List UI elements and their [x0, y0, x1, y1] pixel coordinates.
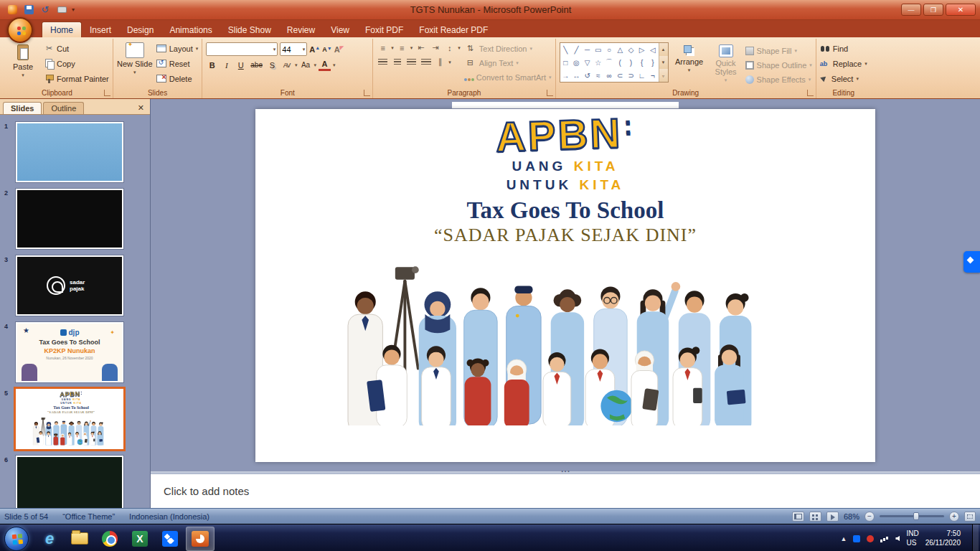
- clipboard-dialog-launcher-icon[interactable]: [104, 90, 110, 96]
- shape-arc-icon[interactable]: ⌒: [606, 57, 613, 67]
- current-slide[interactable]: APBN UANG KITA UNTUK KITA Tax Goes To Sc…: [255, 109, 875, 462]
- shape-line-icon[interactable]: ╲: [563, 46, 567, 54]
- shape-cap-icon[interactable]: ⊃: [628, 72, 633, 80]
- copy-button[interactable]: Copy: [44, 57, 109, 70]
- fit-to-window-button[interactable]: [964, 512, 976, 522]
- dropbox-badge-icon[interactable]: [963, 251, 980, 273]
- shrink-font-button[interactable]: A▼: [322, 46, 331, 53]
- underline-button[interactable]: U: [235, 59, 247, 71]
- delete-button[interactable]: Delete: [156, 72, 199, 85]
- convert-smartart-button[interactable]: Convert to SmartArt▾: [464, 71, 552, 83]
- format-painter-button[interactable]: Format Painter: [44, 72, 109, 85]
- antivirus-tray-icon[interactable]: [867, 535, 874, 542]
- quick-styles-button[interactable]: Quick Styles▾: [710, 42, 742, 83]
- language-bar[interactable]: IND US: [906, 529, 918, 547]
- volume-icon[interactable]: [895, 536, 900, 542]
- zoom-slider-thumb[interactable]: [913, 512, 919, 520]
- grow-font-button[interactable]: A▲: [309, 45, 320, 54]
- shape-diamond-icon[interactable]: ◇: [628, 46, 634, 54]
- tab-foxit-reader-pdf[interactable]: Foxit Reader PDF: [411, 22, 496, 37]
- arrange-button[interactable]: Arrange▾: [672, 42, 707, 73]
- powerpoint-taskbar-icon[interactable]: [186, 527, 215, 551]
- shape-brace2-icon[interactable]: }: [651, 59, 654, 67]
- network-icon[interactable]: [880, 535, 889, 542]
- decrease-indent-button[interactable]: ⇤: [415, 42, 427, 53]
- slide-4-thumbnail[interactable]: ★ ✦ djp Tax Goes To School KP2KP Nunukan…: [16, 322, 123, 382]
- slide-show-view-button[interactable]: [826, 512, 839, 522]
- excel-icon[interactable]: X: [126, 527, 154, 551]
- shape-fill-button[interactable]: Shape Fill▾: [745, 44, 812, 57]
- shape-donut-icon[interactable]: ◎: [573, 59, 580, 67]
- align-left-button[interactable]: [377, 57, 389, 67]
- shape-brace1-icon[interactable]: {: [641, 59, 643, 67]
- shape-tridown-icon[interactable]: ▽: [585, 59, 590, 67]
- justify-button[interactable]: [420, 57, 432, 67]
- shapes-scroll-up-icon[interactable]: ▲: [659, 43, 668, 56]
- clock[interactable]: 7:50 26/11/2020: [925, 529, 961, 547]
- shapes-gallery[interactable]: ╲╱─▭○△◇▷◁ □◎▽☆⌒(){} →↔↺≈∞⊂⊃∟¬ ▲ ▼ ▿: [560, 42, 669, 83]
- internet-explorer-icon[interactable]: e: [35, 527, 64, 551]
- chrome-icon[interactable]: [95, 527, 124, 551]
- shape-loop-icon[interactable]: ↺: [584, 72, 590, 80]
- zoom-in-button[interactable]: +: [949, 512, 959, 522]
- align-center-button[interactable]: [391, 57, 403, 67]
- office-button[interactable]: [7, 17, 33, 43]
- slide-sorter-view-button[interactable]: [809, 512, 821, 522]
- shape-square-icon[interactable]: □: [563, 59, 567, 67]
- notes-area[interactable]: Click to add notes: [151, 474, 980, 508]
- close-button[interactable]: ✕: [946, 4, 976, 16]
- character-spacing-button[interactable]: AV: [281, 59, 293, 71]
- tab-review[interactable]: Review: [279, 22, 323, 37]
- italic-button[interactable]: I: [220, 59, 232, 71]
- shape-hline-icon[interactable]: ─: [585, 46, 590, 54]
- pane-tab-outline[interactable]: Outline: [43, 102, 84, 114]
- show-desktop-button[interactable]: [972, 524, 979, 551]
- print-icon[interactable]: [55, 4, 68, 17]
- shape-inf-icon[interactable]: ∞: [606, 72, 611, 80]
- save-icon[interactable]: [22, 4, 35, 17]
- new-slide-button[interactable]: New Slide▾: [117, 40, 153, 75]
- shape-rect-icon[interactable]: ▭: [595, 46, 601, 54]
- slide-2-thumbnail[interactable]: [16, 189, 123, 249]
- align-text-button[interactable]: ⊟Align Text▾: [464, 57, 552, 69]
- shape-star-icon[interactable]: ☆: [595, 59, 601, 67]
- tab-insert[interactable]: Insert: [82, 22, 119, 37]
- font-size-input[interactable]: [282, 45, 302, 54]
- shape-cup-icon[interactable]: ⊂: [617, 72, 623, 80]
- line-spacing-button[interactable]: ↕: [443, 42, 456, 53]
- zoom-level[interactable]: 68%: [844, 512, 859, 521]
- dropbox-icon[interactable]: [156, 527, 184, 551]
- clear-formatting-button[interactable]: A◤: [334, 45, 344, 54]
- slide-logo-line-2[interactable]: UNTUK KITA: [255, 176, 875, 194]
- font-size-combo[interactable]: ▾: [280, 42, 307, 56]
- font-name-input[interactable]: [208, 45, 273, 54]
- minimize-button[interactable]: —: [901, 4, 921, 16]
- notes-splitter[interactable]: [151, 471, 980, 474]
- paste-button[interactable]: Paste▾: [5, 40, 41, 78]
- shape-dblarrow-icon[interactable]: ↔: [573, 72, 580, 80]
- show-hidden-icons-icon[interactable]: ▲: [841, 535, 847, 542]
- shape-effects-button[interactable]: Shape Effects▾: [745, 73, 812, 85]
- start-button[interactable]: [4, 527, 29, 551]
- tab-foxit-pdf[interactable]: Foxit PDF: [357, 22, 411, 37]
- slide-canvas[interactable]: APBN UANG KITA UNTUK KITA Tax Goes To Sc…: [151, 99, 980, 471]
- columns-button[interactable]: ∥: [434, 57, 446, 67]
- zoom-slider[interactable]: [880, 515, 944, 517]
- find-button[interactable]: Find: [820, 42, 867, 55]
- normal-view-button[interactable]: [792, 512, 804, 522]
- slide-1-thumbnail[interactable]: [16, 122, 123, 182]
- shape-circle-icon[interactable]: ○: [607, 46, 611, 54]
- app-icon[interactable]: [6, 4, 19, 17]
- slide-5-thumbnail-selected[interactable]: APBN UANG KITA UNTUK KITA Tax Goes To Sc…: [16, 389, 123, 449]
- shape-not-icon[interactable]: ¬: [651, 72, 655, 80]
- tab-design[interactable]: Design: [119, 22, 161, 37]
- undo-icon[interactable]: ↺: [39, 4, 52, 17]
- shape-paren2-icon[interactable]: ): [630, 59, 632, 67]
- select-button[interactable]: Select▾: [820, 72, 867, 85]
- bullets-button[interactable]: ≡: [377, 42, 389, 53]
- restore-button[interactable]: ❐: [923, 4, 943, 16]
- apbn-logo[interactable]: APBN: [495, 111, 636, 160]
- layout-button[interactable]: Layout▾: [156, 42, 199, 55]
- shape-arrowr-icon[interactable]: ▷: [639, 46, 645, 54]
- shape-angle-icon[interactable]: ∟: [639, 72, 646, 80]
